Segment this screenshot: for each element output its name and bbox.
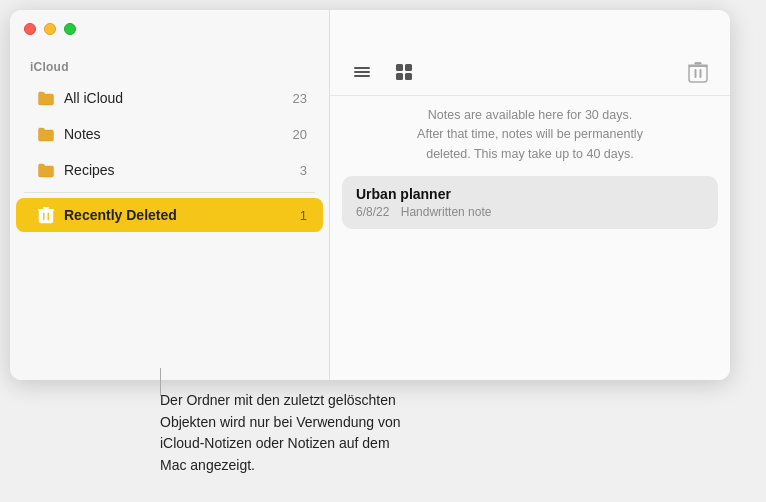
- info-bar-text: Notes are available here for 30 days.Aft…: [417, 108, 643, 161]
- sidebar-section-icloud: iCloud: [10, 48, 329, 80]
- note-card[interactable]: Urban planner 6/8/22 Handwritten note: [342, 176, 718, 229]
- folder-icon: [36, 124, 56, 144]
- main-content: Notes are available here for 30 days.Aft…: [330, 10, 730, 380]
- svg-rect-5: [354, 67, 370, 69]
- note-type: Handwritten note: [401, 205, 492, 219]
- delete-button[interactable]: [682, 57, 714, 87]
- sidebar-item-recipes-label: Recipes: [64, 162, 300, 178]
- notes-window: iCloud All iCloud 23 Notes 20: [10, 10, 730, 380]
- sidebar-item-notes-label: Notes: [64, 126, 293, 142]
- trash-icon: [36, 205, 56, 225]
- sidebar-item-recently-deleted-label: Recently Deleted: [64, 207, 300, 223]
- sidebar-item-recently-deleted-count: 1: [300, 208, 307, 223]
- svg-rect-10: [396, 73, 403, 80]
- sidebar-divider: [24, 192, 315, 193]
- folder-icon: [36, 160, 56, 180]
- info-bar: Notes are available here for 30 days.Aft…: [330, 96, 730, 172]
- svg-rect-0: [39, 210, 53, 223]
- folder-icon: [36, 88, 56, 108]
- svg-rect-15: [695, 69, 697, 78]
- sidebar-item-all-icloud-label: All iCloud: [64, 90, 293, 106]
- svg-rect-12: [689, 66, 707, 82]
- fullscreen-button[interactable]: [64, 23, 76, 35]
- sidebar-item-notes[interactable]: Notes 20: [16, 117, 323, 151]
- grid-view-button[interactable]: [388, 58, 420, 86]
- svg-rect-6: [354, 71, 370, 73]
- svg-rect-13: [688, 64, 708, 67]
- sidebar-item-notes-count: 20: [293, 127, 307, 142]
- note-date: 6/8/22: [356, 205, 389, 219]
- svg-rect-7: [354, 75, 370, 77]
- callout-text: Der Ordner mit den zuletzt gelöschtenObj…: [160, 392, 400, 473]
- svg-rect-16: [700, 69, 702, 78]
- list-view-button[interactable]: [346, 58, 378, 86]
- sidebar-item-recipes[interactable]: Recipes 3: [16, 153, 323, 187]
- titlebar: [10, 10, 730, 48]
- svg-rect-14: [695, 62, 702, 65]
- note-meta: 6/8/22 Handwritten note: [356, 205, 704, 219]
- sidebar-item-all-icloud[interactable]: All iCloud 23: [16, 81, 323, 115]
- svg-rect-2: [43, 207, 49, 209]
- sidebar-item-recipes-count: 3: [300, 163, 307, 178]
- svg-rect-8: [396, 64, 403, 71]
- svg-rect-9: [405, 64, 412, 71]
- sidebar: iCloud All iCloud 23 Notes 20: [10, 10, 330, 380]
- callout: Der Ordner mit den zuletzt gelöschtenObj…: [160, 390, 540, 477]
- svg-rect-1: [38, 209, 54, 211]
- svg-rect-3: [43, 213, 45, 221]
- close-button[interactable]: [24, 23, 36, 35]
- toolbar: [330, 48, 730, 96]
- note-title: Urban planner: [356, 186, 704, 202]
- sidebar-item-recently-deleted[interactable]: Recently Deleted 1: [16, 198, 323, 232]
- sidebar-item-all-icloud-count: 23: [293, 91, 307, 106]
- toolbar-left: [346, 58, 420, 86]
- minimize-button[interactable]: [44, 23, 56, 35]
- svg-rect-11: [405, 73, 412, 80]
- svg-rect-4: [48, 213, 50, 221]
